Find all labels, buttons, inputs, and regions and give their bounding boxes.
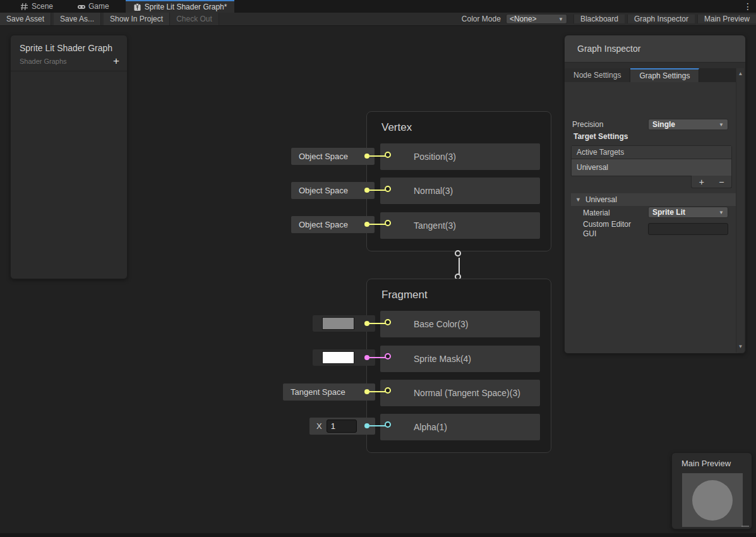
position-space-dropdown[interactable]: Object Space bbox=[291, 148, 375, 165]
edge-output-dot bbox=[364, 321, 369, 326]
save-asset-button[interactable]: Save Asset bbox=[0, 13, 51, 25]
window-bottom-edge bbox=[0, 533, 756, 537]
edge-position bbox=[369, 155, 385, 157]
target-item-universal[interactable]: Universal bbox=[572, 159, 731, 176]
vertex-slot-normal[interactable]: Normal(3) bbox=[380, 178, 540, 204]
edge-normal-tangent bbox=[369, 391, 385, 392]
tab-label: Sprite Lit Shader Graph* bbox=[145, 3, 227, 11]
sprite-mask-port[interactable] bbox=[385, 353, 391, 359]
editor-tab-bar: Scene Game Sprite Lit Shader Graph* ⋮ bbox=[0, 0, 756, 13]
active-targets-header: Active Targets bbox=[572, 146, 731, 159]
position-port[interactable] bbox=[385, 152, 391, 158]
target-settings-label: Target Settings bbox=[573, 132, 628, 141]
edge-output-dot bbox=[364, 154, 369, 159]
normal-space-dropdown[interactable]: Object Space bbox=[291, 182, 375, 199]
sprite-mask-swatch[interactable] bbox=[322, 351, 354, 364]
normal-tangent-port[interactable] bbox=[385, 387, 391, 394]
chevron-down-icon: ▼ bbox=[719, 210, 724, 215]
graph-settings-content: Precision Single ▼ Target Settings Activ… bbox=[565, 82, 738, 354]
vertex-node[interactable]: Vertex Position(3) Normal(3) Tangent(3) bbox=[366, 111, 551, 251]
color-mode-value: <None> bbox=[510, 15, 537, 23]
slot-label: Alpha(1) bbox=[414, 422, 447, 432]
shader-graph-toolbar: Save Asset Save As... Show In Project Ch… bbox=[0, 13, 756, 26]
blackboard-panel: Sprite Lit Shader Graph Shader Graphs + bbox=[10, 35, 128, 279]
precision-dropdown[interactable]: Single ▼ bbox=[648, 119, 728, 130]
edge-output-dot bbox=[364, 423, 369, 428]
scene-grid-icon bbox=[20, 3, 28, 11]
slot-label: Tangent(3) bbox=[414, 220, 456, 231]
custom-editor-gui-label: Custom Editor GUI bbox=[583, 220, 643, 239]
add-target-button[interactable]: + bbox=[699, 178, 704, 186]
gamepad-icon bbox=[77, 3, 85, 11]
edge-tangent bbox=[369, 224, 385, 225]
tab-scene[interactable]: Scene bbox=[13, 0, 61, 13]
edge-sprite-mask bbox=[369, 357, 385, 358]
normal-port[interactable] bbox=[385, 186, 391, 192]
window-menu-icon[interactable]: ⋮ bbox=[743, 1, 752, 12]
slot-label: Normal(3) bbox=[414, 186, 453, 196]
graph-inspector-toggle-button[interactable]: Graph Inspector bbox=[627, 15, 695, 23]
base-color-swatch[interactable] bbox=[322, 317, 354, 330]
edge-output-dot bbox=[364, 389, 369, 394]
tab-graph-settings[interactable]: Graph Settings bbox=[630, 68, 699, 82]
fragment-slot-alpha[interactable]: Alpha(1) bbox=[380, 414, 540, 440]
custom-editor-gui-input[interactable] bbox=[648, 223, 728, 235]
remove-target-button[interactable]: − bbox=[719, 178, 724, 186]
material-label: Material bbox=[583, 208, 610, 217]
graph-inspector-panel: Graph Inspector Node Settings Graph Sett… bbox=[564, 35, 746, 354]
target-list-footer: + − bbox=[691, 176, 732, 188]
resize-handle[interactable] bbox=[741, 526, 749, 527]
tangent-space-dropdown[interactable]: Object Space bbox=[291, 216, 375, 233]
normal-tangent-space-dropdown[interactable]: Tangent Space bbox=[283, 383, 375, 401]
add-property-button[interactable]: + bbox=[113, 57, 119, 66]
edge-alpha bbox=[369, 425, 385, 426]
vertex-slot-position[interactable]: Position(3) bbox=[380, 143, 540, 170]
blackboard-title: Sprite Lit Shader Graph bbox=[11, 35, 127, 54]
fragment-slot-sprite-mask[interactable]: Sprite Mask(4) bbox=[380, 346, 540, 372]
universal-foldout-label: Universal bbox=[585, 195, 617, 204]
space-dropdown-label: Object Space bbox=[299, 186, 348, 195]
precision-value: Single bbox=[652, 120, 675, 129]
slot-label: Normal (Tangent Space)(3) bbox=[414, 388, 520, 398]
vertex-slot-tangent[interactable]: Tangent(3) bbox=[380, 212, 540, 239]
tab-shader-graph[interactable]: Sprite Lit Shader Graph* bbox=[126, 0, 235, 13]
blackboard-toggle-button[interactable]: Blackboard bbox=[573, 15, 625, 23]
tab-game[interactable]: Game bbox=[69, 0, 117, 13]
tab-node-settings[interactable]: Node Settings bbox=[565, 68, 630, 82]
graph-inspector-title: Graph Inspector bbox=[565, 35, 745, 63]
show-in-project-button[interactable]: Show In Project bbox=[104, 13, 170, 25]
space-dropdown-label: Tangent Space bbox=[291, 387, 345, 397]
inspector-tab-strip: Node Settings Graph Settings bbox=[565, 68, 738, 82]
blackboard-subtitle: Shader Graphs bbox=[20, 57, 67, 65]
precision-label: Precision bbox=[572, 120, 603, 129]
alpha-port[interactable] bbox=[385, 421, 391, 428]
vertex-fragment-connector bbox=[459, 258, 460, 275]
edge-output-dot bbox=[364, 355, 369, 360]
check-out-button[interactable]: Check Out bbox=[170, 13, 219, 25]
chevron-down-icon: ▼ bbox=[719, 122, 724, 128]
inspector-scrollbar[interactable]: ▲ ▼ bbox=[736, 68, 744, 353]
universal-foldout[interactable]: ▼ Universal bbox=[571, 193, 738, 206]
fragment-slot-base-color[interactable]: Base Color(3) bbox=[380, 311, 540, 337]
fragment-slot-normal-tangent[interactable]: Normal (Tangent Space)(3) bbox=[380, 380, 540, 406]
preview-quad bbox=[682, 473, 743, 527]
fragment-node[interactable]: Fragment Base Color(3) Sprite Mask(4) No… bbox=[366, 279, 551, 453]
scroll-down-icon[interactable]: ▼ bbox=[736, 342, 745, 351]
fragment-node-title: Fragment bbox=[367, 279, 551, 301]
alpha-value-input[interactable] bbox=[327, 419, 357, 433]
edge-normal bbox=[369, 190, 385, 191]
edge-output-dot bbox=[364, 222, 369, 227]
edge-base-color bbox=[369, 323, 385, 324]
base-color-port[interactable] bbox=[385, 319, 391, 325]
active-targets-list: Active Targets Universal bbox=[571, 145, 732, 176]
color-mode-dropdown[interactable]: <None> ▼ bbox=[506, 14, 567, 24]
alpha-x-label: X bbox=[316, 421, 322, 431]
tangent-port[interactable] bbox=[385, 220, 391, 226]
preview-sprite-circle bbox=[692, 480, 733, 521]
save-as-button[interactable]: Save As... bbox=[54, 13, 101, 25]
foldout-arrow-icon: ▼ bbox=[575, 196, 581, 203]
main-preview-toggle-button[interactable]: Main Preview bbox=[697, 15, 756, 23]
color-mode-label: Color Mode bbox=[457, 15, 506, 23]
scroll-up-icon[interactable]: ▲ bbox=[736, 69, 745, 78]
material-dropdown[interactable]: Sprite Lit ▼ bbox=[648, 207, 728, 218]
